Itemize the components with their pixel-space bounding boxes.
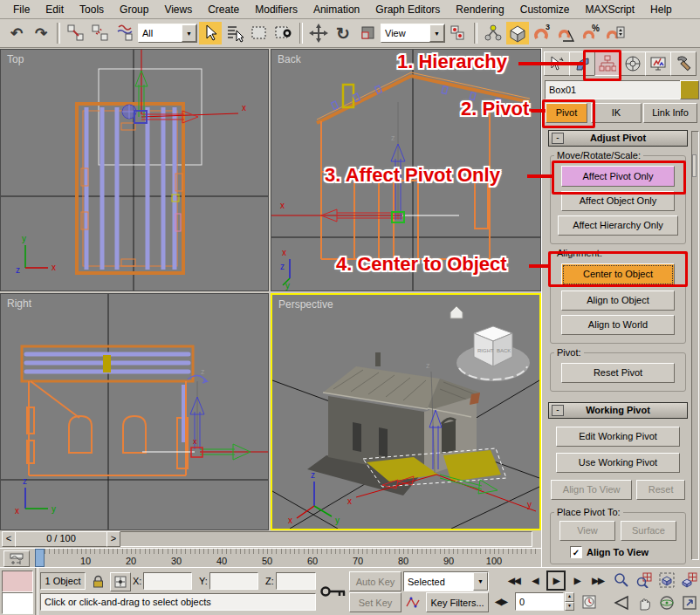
time-configuration-button[interactable]: [580, 592, 599, 611]
menu-animation[interactable]: Animation: [305, 2, 367, 17]
select-and-manipulate-button[interactable]: [482, 22, 504, 44]
zoom-extents-button[interactable]: [656, 570, 677, 591]
pan-view-button[interactable]: [634, 592, 655, 613]
panel-scrollbar[interactable]: [691, 131, 699, 560]
redo-button[interactable]: ↷: [30, 22, 52, 44]
next-frame-button[interactable]: ▶: [569, 571, 585, 590]
align-to-view-button[interactable]: Align To View: [551, 480, 632, 500]
spinner-down-icon[interactable]: ▼: [565, 602, 574, 612]
menu-tools[interactable]: Tools: [72, 2, 112, 17]
rollout-adjust-pivot-header[interactable]: -Adjust Pivot: [548, 130, 688, 147]
time-slider-handle[interactable]: 0 / 100: [15, 531, 107, 547]
pivot-gizmo-back[interactable]: z x: [271, 102, 459, 222]
go-to-end-button[interactable]: ▶▶: [588, 571, 607, 590]
use-pivot-center-button[interactable]: [447, 22, 470, 44]
set-key-button[interactable]: Set Key: [349, 592, 401, 612]
select-and-rotate-button[interactable]: ↻: [332, 22, 354, 44]
align-to-object-button[interactable]: Align to Object: [561, 290, 675, 311]
align-to-view-checkbox[interactable]: ✓: [570, 546, 582, 558]
go-to-start-button[interactable]: ◀◀: [504, 571, 524, 590]
view-cube[interactable]: RIGHT BACK: [456, 326, 530, 381]
menu-maxscript[interactable]: MAXScript: [577, 2, 642, 17]
zoom-extents-all-button[interactable]: [679, 570, 700, 591]
affect-hierarchy-only-button[interactable]: Affect Hierarchy Only: [558, 215, 678, 236]
viewport-perspective[interactable]: Perspective: [271, 293, 541, 530]
menu-customize[interactable]: Customize: [512, 2, 578, 17]
key-filters-button[interactable]: Key Filters...: [426, 592, 489, 612]
z-coordinate-field[interactable]: [276, 572, 316, 590]
menu-views[interactable]: Views: [156, 2, 200, 17]
menu-help[interactable]: Help: [642, 2, 680, 17]
select-object-button[interactable]: [199, 22, 222, 44]
menu-file[interactable]: File: [5, 2, 38, 17]
y-coordinate-field[interactable]: [209, 572, 258, 590]
absolute-mode-transform-button[interactable]: [110, 572, 131, 591]
maxscript-mini-listener-white[interactable]: [2, 592, 33, 614]
arc-rotate-button[interactable]: [656, 592, 677, 613]
select-and-link-button[interactable]: [65, 22, 87, 44]
snaps-3d-button[interactable]: 3: [531, 22, 553, 44]
rollout-working-pivot-header[interactable]: -Working Pivot: [548, 402, 688, 419]
menu-edit[interactable]: Edit: [38, 2, 72, 17]
menu-create[interactable]: Create: [200, 2, 247, 17]
select-by-name-button[interactable]: [223, 22, 246, 44]
place-view-button[interactable]: View: [559, 521, 615, 541]
place-surface-button[interactable]: Surface: [621, 521, 676, 541]
ik-mode-button[interactable]: IK: [591, 103, 642, 123]
window-crossing-button[interactable]: [272, 22, 295, 44]
viewcube-left-label[interactable]: RIGHT: [477, 348, 494, 353]
reference-coordinate-dropdown[interactable]: View▼: [381, 24, 445, 43]
menu-modifiers[interactable]: Modifiers: [247, 2, 305, 17]
time-slider-prev-button[interactable]: <: [2, 531, 16, 547]
frame-spinner[interactable]: ▲ ▼: [565, 592, 574, 611]
track-bar-ruler[interactable]: 0 10 20 30 40 50 60 70 80 90 100: [31, 549, 536, 568]
use-working-pivot-button[interactable]: Use Working Pivot: [556, 453, 680, 473]
spinner-up-icon[interactable]: ▲: [565, 592, 574, 602]
key-mode-toggle-button[interactable]: ◀▶: [492, 592, 510, 611]
key-mode-dropdown[interactable]: Selected▼: [403, 571, 489, 591]
rectangular-selection-region-button[interactable]: [248, 22, 271, 44]
viewcube-right-label[interactable]: BACK: [497, 348, 511, 353]
tab-motion[interactable]: [620, 51, 646, 76]
spinner-snap-button[interactable]: [604, 22, 627, 44]
object-color-swatch[interactable]: [680, 80, 699, 99]
current-frame-field[interactable]: 0: [515, 592, 564, 611]
field-of-view-button[interactable]: [611, 592, 632, 613]
align-to-world-button[interactable]: Align to World: [561, 315, 675, 335]
reset-button[interactable]: Reset: [636, 480, 685, 500]
menu-group[interactable]: Group: [112, 2, 156, 17]
current-frame-marker[interactable]: [35, 549, 45, 567]
scrollbar-thumb[interactable]: [692, 154, 697, 177]
angle-snap-button[interactable]: [555, 22, 578, 44]
maximize-viewport-toggle-button[interactable]: [679, 592, 700, 613]
menu-graph-editors[interactable]: Graph Editors: [367, 2, 448, 17]
menu-rendering[interactable]: Rendering: [448, 2, 511, 17]
previous-frame-button[interactable]: ◀: [527, 571, 543, 590]
object-name-field[interactable]: [545, 80, 681, 99]
home-icon[interactable]: [450, 306, 463, 318]
viewport-top[interactable]: Top x: [0, 49, 269, 291]
percent-snap-button[interactable]: %: [580, 22, 602, 44]
viewport-right[interactable]: Right z: [0, 293, 269, 530]
open-mini-curve-editor-button[interactable]: [3, 550, 30, 567]
snaps-toggle-button[interactable]: [506, 22, 529, 44]
time-slider-next-button[interactable]: >: [106, 531, 120, 547]
auto-key-button[interactable]: Auto Key: [349, 571, 401, 591]
select-and-move-button[interactable]: [307, 22, 330, 44]
tab-utilities[interactable]: [670, 51, 697, 76]
undo-button[interactable]: ↶: [5, 22, 28, 44]
selection-lock-toggle[interactable]: [89, 572, 106, 590]
maxscript-mini-listener-pink[interactable]: [2, 571, 33, 592]
bind-spacewarp-button[interactable]: [113, 22, 136, 44]
selection-filter-dropdown[interactable]: All▼: [138, 24, 197, 43]
unlink-button[interactable]: [89, 22, 112, 44]
zoom-button[interactable]: [611, 570, 632, 591]
set-keys-button[interactable]: [319, 573, 347, 610]
zoom-all-button[interactable]: [634, 570, 655, 591]
default-in-out-tangents-button[interactable]: [403, 592, 422, 611]
reset-pivot-button[interactable]: Reset Pivot: [561, 363, 675, 383]
play-animation-button[interactable]: ▶: [546, 571, 566, 591]
x-coordinate-field[interactable]: [143, 572, 192, 590]
tab-display[interactable]: [645, 51, 671, 76]
select-and-scale-button[interactable]: [356, 22, 379, 44]
